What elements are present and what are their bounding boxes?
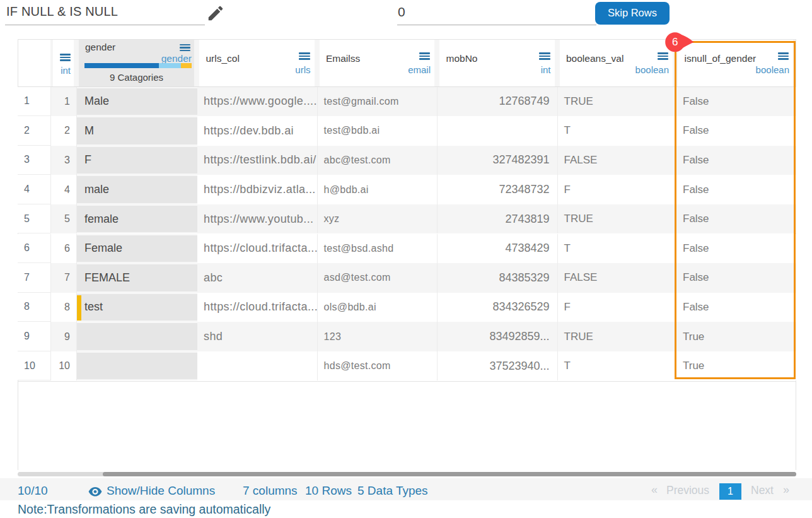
svg-text:6: 6 bbox=[672, 35, 678, 47]
